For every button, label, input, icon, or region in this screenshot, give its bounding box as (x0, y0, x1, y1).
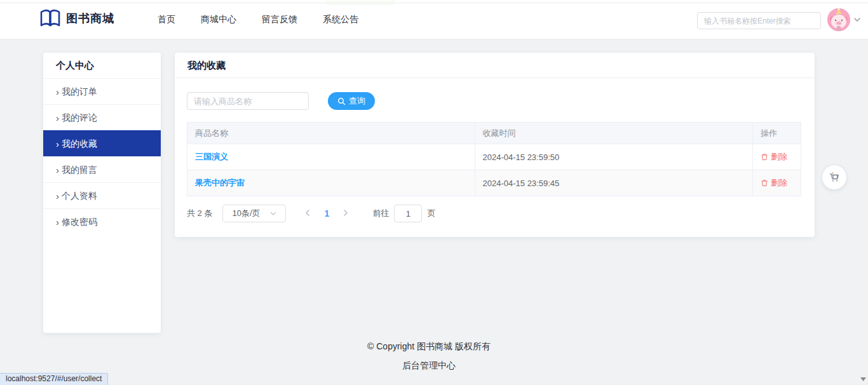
sidebar-item-label: 我的留言 (62, 157, 97, 183)
sidebar-title: 个人中心 (43, 53, 161, 78)
delete-button[interactable]: 删除 (761, 177, 787, 189)
goto-page-input[interactable] (394, 205, 422, 222)
filter-row: 查询 (187, 92, 375, 110)
nav-item-mall[interactable]: 商城中心 (201, 14, 236, 25)
favorites-panel: 我的收藏 查询 商品名称 收藏时间 操作 三国演 (175, 53, 815, 237)
vertical-scrollbar-track[interactable] (858, 39, 868, 385)
main-nav: 首页 商城中心 留言反馈 系统公告 (158, 0, 358, 39)
trash-icon (761, 179, 768, 187)
column-header-action: 操作 (753, 123, 801, 144)
admin-center-link[interactable]: 后台管理中心 (0, 360, 858, 372)
scrollbar-down-arrow[interactable] (858, 375, 868, 383)
sidebar-item-label: 我的评论 (62, 105, 97, 131)
table-row: 三国演义 2024-04-15 23:59:50 删除 (187, 144, 801, 170)
page-size-select[interactable]: 10条/页 (222, 205, 286, 222)
page-size-value: 10条/页 (232, 208, 260, 219)
book-logo-icon (39, 9, 61, 28)
product-name-input[interactable] (187, 92, 309, 110)
chevron-right-icon: › (56, 157, 59, 183)
goto-page-group: 前往 页 (372, 205, 435, 222)
personal-center-sidebar: 个人中心 › 我的订单 › 我的评论 › 我的收藏 › 我的留言 › 个人资料 … (43, 53, 161, 333)
delete-label: 删除 (771, 177, 787, 189)
avatar (827, 8, 850, 31)
table-header-row: 商品名称 收藏时间 操作 (187, 123, 801, 144)
column-header-time: 收藏时间 (475, 123, 754, 144)
cart-icon (828, 171, 841, 184)
chevron-down-icon (269, 210, 277, 217)
sidebar-item-profile[interactable]: › 个人资料 (43, 182, 161, 208)
sidebar-item-label: 修改密码 (62, 209, 97, 235)
product-link[interactable]: 三国演义 (195, 151, 228, 163)
sidebar-item-comments[interactable]: › 我的评论 (43, 104, 161, 130)
cart-fab-button[interactable] (822, 165, 847, 190)
pagination-total: 共 2 条 (187, 208, 212, 219)
favorite-time: 2024-04-15 23:59:45 (475, 170, 754, 196)
page-unit-label: 页 (427, 208, 435, 219)
top-hairline (0, 3, 868, 3)
trash-icon (761, 153, 768, 161)
chevron-right-icon: › (56, 131, 59, 157)
next-page-button[interactable] (337, 209, 355, 219)
status-bar-url: localhost:9527/#/user/collect (0, 373, 108, 385)
nav-item-feedback[interactable]: 留言反馈 (262, 14, 297, 25)
panel-title: 我的收藏 (175, 53, 815, 78)
nav-item-notice[interactable]: 系统公告 (323, 14, 358, 25)
favorites-table: 商品名称 收藏时间 操作 三国演义 2024-04-15 23:59:50 (187, 122, 801, 196)
chevron-right-icon: › (56, 79, 59, 105)
sidebar-item-messages[interactable]: › 我的留言 (43, 156, 161, 182)
book-search-input[interactable] (697, 12, 821, 29)
pagination: 共 2 条 10条/页 1 前往 (187, 205, 435, 222)
sidebar-item-orders[interactable]: › 我的订单 (43, 78, 161, 104)
sidebar-item-label: 个人资料 (62, 183, 97, 209)
sidebar-item-favorites[interactable]: › 我的收藏 (43, 130, 161, 156)
page-number-1[interactable]: 1 (316, 208, 337, 219)
query-button-label: 查询 (349, 95, 365, 107)
search-icon (337, 97, 346, 105)
sidebar-item-label: 我的订单 (62, 79, 97, 105)
query-button[interactable]: 查询 (328, 92, 375, 110)
chevron-down-icon (853, 15, 862, 24)
copyright-text: © Copyright 图书商城 版权所有 (0, 341, 858, 353)
user-avatar-dropdown[interactable] (827, 8, 862, 31)
top-navbar: 图书商城 首页 商城中心 留言反馈 系统公告 (0, 0, 868, 39)
brand-title: 图书商城 (66, 11, 114, 26)
chevron-right-icon: › (56, 183, 59, 209)
page: ✓ 收藏成功! 图书商城 首页 商城中心 留言反馈 系统公告 (0, 0, 868, 385)
chevron-right-icon: › (56, 209, 59, 235)
delete-button[interactable]: 删除 (761, 151, 787, 163)
brand-logo[interactable]: 图书商城 (39, 9, 114, 28)
sidebar-item-password[interactable]: › 修改密码 (43, 208, 161, 234)
favorite-time: 2024-04-15 23:59:50 (475, 144, 754, 170)
toast-success: ✓ 收藏成功! (326, 0, 395, 5)
prev-page-button[interactable] (299, 209, 316, 219)
table-row: 果壳中的宇宙 2024-04-15 23:59:45 删除 (187, 170, 801, 196)
chevron-right-icon: › (56, 105, 59, 131)
column-header-name: 商品名称 (187, 123, 475, 144)
product-link[interactable]: 果壳中的宇宙 (195, 177, 245, 189)
goto-label: 前往 (372, 208, 389, 219)
sidebar-item-label: 我的收藏 (62, 131, 97, 157)
nav-item-home[interactable]: 首页 (158, 14, 175, 25)
delete-label: 删除 (771, 151, 787, 163)
